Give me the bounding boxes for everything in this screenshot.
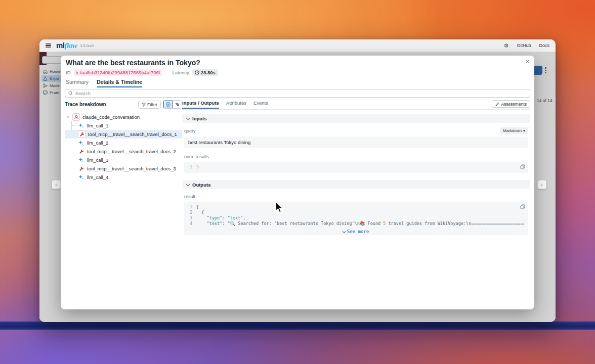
tab-attributes[interactable]: Attributes	[226, 100, 246, 108]
tool-icon	[78, 165, 84, 172]
filter-button[interactable]: Filter	[138, 101, 161, 109]
timeline-view-button[interactable]	[173, 101, 182, 108]
tree-item-llm_call_4[interactable]: llm_call_4	[65, 173, 182, 181]
tab-summary[interactable]: Summary	[66, 79, 89, 86]
inputs-section-header[interactable]: Inputs	[182, 114, 530, 123]
line-number: 1	[187, 204, 192, 210]
copy-icon[interactable]	[520, 204, 525, 210]
outputs-section-header[interactable]: Outputs	[182, 180, 530, 189]
tree-item-llm_call_1[interactable]: llm_call_1	[65, 121, 182, 130]
filter-label: Filter	[147, 102, 157, 107]
line-number: 1	[187, 164, 192, 170]
tab-details-timeline[interactable]: Details & Timeline	[97, 79, 142, 87]
timeline-view-icon	[175, 102, 180, 107]
logo-flow-text: flow	[65, 41, 77, 50]
code-line: 1 5	[187, 164, 524, 170]
latency-badge: 23.80s	[192, 69, 218, 76]
line-number: 4	[187, 221, 192, 226]
render-mode-value: Markdown	[503, 128, 522, 133]
llm-icon	[78, 157, 84, 163]
tab-inputs-outputs[interactable]: Inputs / Outputs	[182, 100, 219, 109]
tool-icon	[78, 130, 86, 138]
llm-icon	[78, 174, 84, 180]
tree-item-label: claude_code_conversation	[82, 114, 140, 120]
tree-item-tool_mcp__travel__search_travel_docs_3[interactable]: tool_mcp__travel__search_travel_docs_3	[65, 164, 182, 173]
tree-item-label: llm_call_4	[87, 174, 108, 180]
render-mode-select[interactable]: Markdown ▾	[500, 127, 528, 134]
llm-icon	[78, 122, 84, 129]
id-label: ID	[66, 70, 71, 75]
wallpaper-band	[0, 322, 595, 330]
code-line: 4 "text": "🔍 Searched for: 'best restaur…	[187, 221, 524, 226]
modal-tabs: Summary Details & Timeline	[66, 79, 142, 87]
chevron-down-icon	[186, 182, 190, 186]
tree-view-button[interactable]	[163, 101, 173, 108]
num-results-code-box: 1 5	[184, 162, 528, 173]
latency-value: 23.80s	[201, 70, 216, 75]
latency-label: Latency	[172, 70, 189, 75]
tree-item-tool_mcp__travel__search_travel_docs_2[interactable]: tool_mcp__travel__search_travel_docs_2	[65, 147, 182, 156]
num-results-field-label: num_results	[184, 154, 209, 159]
tree-item-tool_mcp__travel__search_travel_docs_1[interactable]: tool_mcp__travel__search_travel_docs_1	[65, 130, 182, 139]
close-icon[interactable]: ×	[525, 58, 529, 66]
inputs-section-title: Inputs	[192, 116, 207, 121]
github-link[interactable]: GitHub	[517, 43, 531, 48]
hamburger-menu-icon[interactable]	[46, 43, 51, 48]
query-field-label: query	[184, 128, 196, 133]
trace-details-modal: What are the best restaurants in Tokyo? …	[61, 56, 534, 309]
query-value: best restaurants Tokyo dining	[188, 140, 250, 145]
trace-id-badge[interactable]: tr-faa8cb31340fb29948817669b4af706f	[74, 69, 162, 76]
chevron-down-icon	[186, 116, 190, 120]
trace-search-bar[interactable]	[65, 89, 530, 98]
assessments-label: Assessments	[501, 102, 527, 107]
previous-trace-button[interactable]: ‹	[52, 180, 61, 189]
trace-breakdown-title: Trace breakdown	[65, 102, 106, 107]
copy-icon[interactable]	[520, 164, 525, 170]
num-results-value: 5	[196, 164, 199, 169]
tree-item-llm_call_2[interactable]: llm_call_2	[65, 139, 182, 147]
query-value-box: best restaurants Tokyo dining	[184, 136, 528, 148]
mlflow-logo[interactable]: ml flow	[56, 41, 77, 50]
llm-icon	[78, 140, 84, 146]
tree-item-label: tool_mcp__travel__search_travel_docs_1	[88, 131, 177, 137]
tree-item-label: tool_mcp__travel__search_travel_docs_2	[87, 149, 176, 154]
docs-link[interactable]: Docs	[539, 43, 549, 48]
detail-tabs: Inputs / Outputs Attributes Events Asses…	[182, 100, 530, 110]
tree-item-label: llm_call_3	[87, 157, 108, 163]
trace-meta-row: ID tr-faa8cb31340fb29948817669b4af706f L…	[66, 69, 218, 76]
chevron-right-icon: ›	[541, 182, 542, 188]
next-trace-button[interactable]: ›	[537, 180, 546, 189]
tree-view-icon	[166, 102, 171, 107]
result-code-lines: 1[2 {3 "type": "text",4 "text": "🔍 Searc…	[187, 204, 524, 226]
assessments-icon	[495, 102, 499, 106]
search-input[interactable]	[75, 90, 527, 96]
result-code-box: 1[2 {3 "type": "text",4 "text": "🔍 Searc…	[184, 202, 528, 235]
assessments-button[interactable]: Assessments	[492, 100, 530, 108]
trace-breakdown-panel: Trace breakdown Filter	[65, 100, 182, 305]
code-line: 3 "type": "text",	[187, 215, 524, 221]
tab-events[interactable]: Events	[253, 100, 268, 108]
tool-icon	[78, 148, 84, 155]
modal-title: What are the best restaurants in Tokyo?	[66, 59, 200, 67]
chevron-down-icon: ▾	[523, 128, 525, 133]
chevron-down-icon	[342, 230, 346, 233]
tree-item-label: llm_call_1	[87, 123, 108, 128]
version-label: 3.5.0rc0	[80, 43, 94, 48]
settings-icon[interactable]: ⚙	[504, 43, 509, 49]
trace-tree: ˅claude_code_conversationllm_call_1tool_…	[65, 113, 182, 181]
chevron-left-icon: ‹	[55, 182, 57, 188]
filter-funnel-icon	[142, 103, 146, 107]
outputs-section-title: Outputs	[192, 182, 210, 188]
tree-item-llm_call_3[interactable]: llm_call_3	[65, 156, 182, 164]
mlflow-window: ml flow 3.5.0rc0 ⚙ GitHub Docs HomeExpeM…	[39, 39, 556, 322]
chevron-down-icon[interactable]: ˅	[66, 115, 70, 119]
see-more-label: See more	[347, 229, 369, 234]
view-toggle	[163, 100, 182, 109]
tree-item-claude_code_conversation[interactable]: ˅claude_code_conversation	[65, 113, 182, 121]
see-more-link[interactable]: See more	[187, 229, 524, 234]
clock-icon	[195, 70, 199, 75]
search-icon	[68, 91, 73, 96]
tree-item-label: llm_call_2	[87, 140, 108, 146]
line-number: 3	[187, 215, 192, 221]
span-details-panel: Inputs / Outputs Attributes Events Asses…	[182, 100, 530, 305]
